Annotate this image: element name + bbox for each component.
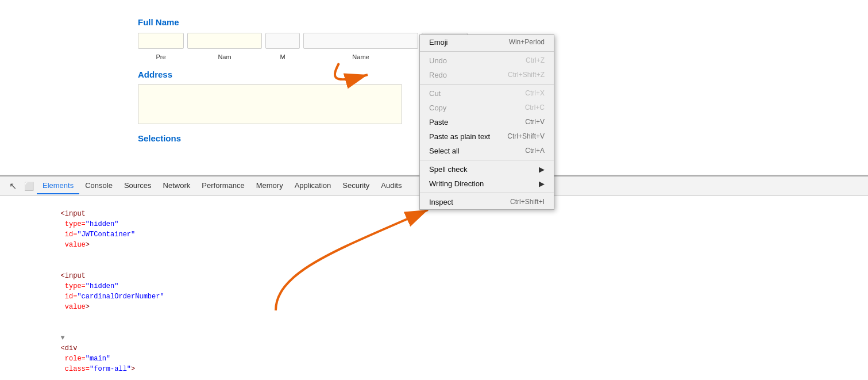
first-name-input[interactable] xyxy=(187,33,262,49)
context-menu-paste[interactable]: Paste Ctrl+V xyxy=(420,115,554,129)
redo-label: Redo xyxy=(429,71,447,79)
first-label: Nam xyxy=(187,53,262,60)
context-menu-copy[interactable]: Copy Ctrl+C xyxy=(420,101,554,115)
writing-direction-arrow: ▶ xyxy=(539,179,545,188)
emoji-shortcut: Win+Period xyxy=(509,38,545,47)
separator-4 xyxy=(420,193,554,193)
context-menu-inspect[interactable]: Inspect Ctrl+Shift+I xyxy=(420,195,554,209)
tab-audits[interactable]: Audits xyxy=(375,178,407,194)
devtools-code[interactable]: <input type="hidden" id="JWTContainer" v… xyxy=(0,196,868,380)
context-menu-emoji[interactable]: Emoji Win+Period xyxy=(420,35,554,49)
redo-shortcut: Ctrl+Shift+Z xyxy=(508,71,545,79)
separator-1 xyxy=(420,51,554,52)
tab-sources[interactable]: Sources xyxy=(118,178,157,194)
context-menu-writing-direction[interactable]: Writing Direction ▶ xyxy=(420,176,554,191)
last-name-input[interactable] xyxy=(303,33,418,49)
context-menu: Emoji Win+Period Undo Ctrl+Z Redo Ctrl+S… xyxy=(419,34,554,210)
tab-network[interactable]: Network xyxy=(157,178,196,194)
middle-label: M xyxy=(265,53,300,60)
context-menu-undo[interactable]: Undo Ctrl+Z xyxy=(420,53,554,68)
tab-elements[interactable]: Elements xyxy=(37,178,79,194)
prefix-label: Pre xyxy=(138,53,184,60)
copy-shortcut: Ctrl+C xyxy=(525,103,545,112)
cut-label: Cut xyxy=(429,89,441,98)
paste-shortcut: Ctrl+V xyxy=(525,118,545,126)
tab-security[interactable]: Security xyxy=(337,178,375,194)
undo-shortcut: Ctrl+Z xyxy=(526,56,545,65)
middle-input[interactable] xyxy=(265,33,300,49)
tab-console[interactable]: Console xyxy=(79,178,118,194)
separator-3 xyxy=(420,160,554,160)
cut-shortcut: Ctrl+X xyxy=(525,89,545,98)
undo-label: Undo xyxy=(429,56,447,65)
paste-label: Paste xyxy=(429,118,448,126)
code-line-2: <input type="hidden" id="cardinalOrderNu… xyxy=(0,260,868,323)
select-all-label: Select all xyxy=(429,147,460,155)
select-all-shortcut: Ctrl+A xyxy=(525,147,545,155)
context-menu-redo[interactable]: Redo Ctrl+Shift+Z xyxy=(420,68,554,82)
cursor-icon[interactable]: ↖ xyxy=(5,178,21,194)
context-menu-cut[interactable]: Cut Ctrl+X xyxy=(420,86,554,101)
context-menu-spell-check[interactable]: Spell check ▶ xyxy=(420,162,554,176)
prefix-input[interactable] xyxy=(138,33,184,49)
code-line-3: ▼ <div role="main" class="form-all"> xyxy=(0,323,868,380)
paste-plain-label: Paste as plain text xyxy=(429,132,490,141)
inspect-shortcut: Ctrl+Shift+I xyxy=(510,198,545,206)
full-name-label: Full Name xyxy=(138,17,845,27)
emoji-label: Emoji xyxy=(429,38,448,47)
tab-memory[interactable]: Memory xyxy=(250,178,289,194)
writing-direction-label: Writing Direction xyxy=(429,179,484,188)
spell-check-arrow: ▶ xyxy=(539,165,545,174)
name-label: Name xyxy=(303,53,418,60)
context-menu-paste-plain[interactable]: Paste as plain text Ctrl+Shift+V xyxy=(420,129,554,144)
context-menu-select-all[interactable]: Select all Ctrl+A xyxy=(420,144,554,158)
inspect-label: Inspect xyxy=(429,198,453,206)
separator-2 xyxy=(420,84,554,85)
copy-label: Copy xyxy=(429,103,446,112)
spell-check-label: Spell check xyxy=(429,165,467,174)
paste-plain-shortcut: Ctrl+Shift+V xyxy=(507,132,545,141)
address-textarea[interactable] xyxy=(138,84,402,124)
tab-performance[interactable]: Performance xyxy=(196,178,250,194)
device-icon[interactable]: ⬜ xyxy=(21,178,37,194)
tab-application[interactable]: Application xyxy=(289,178,337,194)
